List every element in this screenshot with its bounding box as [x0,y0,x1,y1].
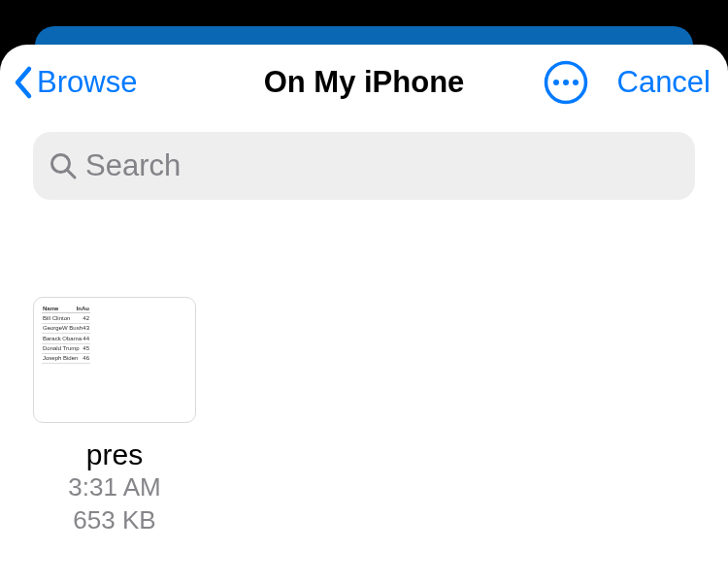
thumb-cell: 44 [83,335,89,342]
file-time-label: 3:31 AM [68,471,160,504]
thumb-cell: Donald Trump [43,344,80,352]
thumb-cell: Bill Clinton [43,314,70,322]
svg-point-3 [573,80,579,85]
file-item[interactable]: Name InAu Bill Clinton 42 GeorgeW Bush 4… [33,297,196,537]
cancel-button[interactable]: Cancel [617,65,711,100]
thumb-cell: 45 [83,344,89,352]
search-input[interactable] [85,148,679,183]
chevron-left-icon [12,65,35,100]
files-grid: Name InAu Bill Clinton 42 GeorgeW Bush 4… [0,200,728,537]
thumb-cell: 42 [83,314,89,322]
thumb-cell: Joseph Biden [43,354,78,362]
thumb-preview-table: Name InAu Bill Clinton 42 GeorgeW Bush 4… [42,304,90,364]
svg-point-1 [553,80,559,85]
svg-line-5 [68,171,76,178]
file-picker-sheet: Browse On My iPhone Cancel [0,45,728,582]
thumb-col-name: Name [43,305,58,312]
back-label: Browse [37,65,137,100]
back-button[interactable]: Browse [12,65,137,100]
search-container [0,120,728,200]
file-thumbnail: Name InAu Bill Clinton 42 GeorgeW Bush 4… [33,297,196,423]
svg-point-2 [563,80,569,85]
thumb-cell: Barack Obama [43,335,82,342]
nav-right-group: Cancel [544,60,711,105]
thumb-col-value: InAu [77,305,89,312]
thumb-cell: 43 [83,324,89,332]
thumb-cell: 46 [83,354,89,362]
file-size-label: 653 KB [73,504,155,537]
more-options-button[interactable] [544,60,588,105]
file-name-label: pres [86,438,143,471]
navigation-bar: Browse On My iPhone Cancel [0,45,728,120]
search-field[interactable] [33,132,695,200]
search-icon [49,151,78,180]
page-title: On My iPhone [264,65,465,100]
thumb-cell: GeorgeW Bush [43,324,83,332]
